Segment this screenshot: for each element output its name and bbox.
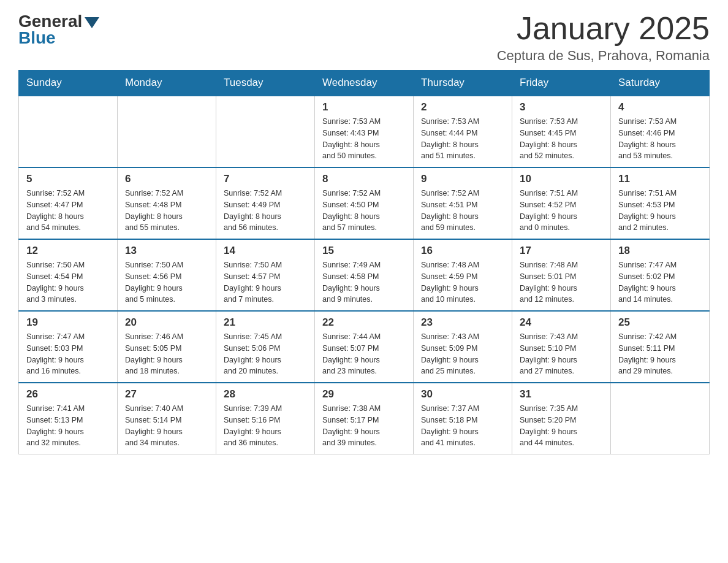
day-info: Sunrise: 7:53 AMSunset: 4:44 PMDaylight:… (421, 116, 504, 162)
day-number: 16 (421, 245, 504, 257)
day-number: 17 (520, 245, 603, 257)
day-number: 21 (224, 316, 307, 329)
day-info: Sunrise: 7:53 AMSunset: 4:46 PMDaylight:… (618, 116, 702, 162)
weekday-header-friday: Friday (512, 71, 611, 96)
calendar-cell: 5Sunrise: 7:52 AMSunset: 4:47 PMDaylight… (19, 167, 118, 239)
day-number: 28 (224, 388, 307, 400)
calendar-table: SundayMondayTuesdayWednesdayThursdayFrid… (18, 70, 710, 454)
day-info: Sunrise: 7:44 AMSunset: 5:07 PMDaylight:… (322, 331, 406, 377)
day-number: 10 (520, 173, 603, 185)
calendar-cell: 13Sunrise: 7:50 AMSunset: 4:56 PMDayligh… (118, 239, 216, 311)
day-info: Sunrise: 7:43 AMSunset: 5:09 PMDaylight:… (421, 331, 504, 377)
day-number: 14 (224, 245, 307, 257)
day-info: Sunrise: 7:51 AMSunset: 4:52 PMDaylight:… (520, 188, 603, 234)
day-number: 11 (618, 173, 702, 185)
day-number: 6 (125, 173, 208, 185)
page-header: General Blue January 2025 Ceptura de Sus… (18, 12, 710, 64)
day-info: Sunrise: 7:53 AMSunset: 4:45 PMDaylight:… (520, 116, 603, 162)
day-info: Sunrise: 7:41 AMSunset: 5:13 PMDaylight:… (26, 403, 110, 449)
day-number: 27 (125, 388, 208, 400)
day-number: 29 (322, 388, 406, 400)
day-number: 1 (322, 101, 406, 113)
day-info: Sunrise: 7:38 AMSunset: 5:17 PMDaylight:… (322, 403, 406, 449)
day-info: Sunrise: 7:50 AMSunset: 4:57 PMDaylight:… (224, 259, 307, 305)
day-number: 30 (421, 388, 504, 400)
calendar-cell: 17Sunrise: 7:48 AMSunset: 5:01 PMDayligh… (512, 239, 611, 311)
day-info: Sunrise: 7:52 AMSunset: 4:49 PMDaylight:… (224, 188, 307, 234)
calendar-cell: 18Sunrise: 7:47 AMSunset: 5:02 PMDayligh… (611, 239, 710, 311)
calendar-cell: 19Sunrise: 7:47 AMSunset: 5:03 PMDayligh… (19, 311, 118, 383)
calendar-cell: 10Sunrise: 7:51 AMSunset: 4:52 PMDayligh… (512, 167, 611, 239)
weekday-header-saturday: Saturday (611, 71, 710, 96)
calendar-cell: 21Sunrise: 7:45 AMSunset: 5:06 PMDayligh… (216, 311, 315, 383)
calendar-cell: 7Sunrise: 7:52 AMSunset: 4:49 PMDaylight… (216, 167, 315, 239)
day-number: 8 (322, 173, 406, 185)
calendar-cell (216, 96, 315, 167)
logo-arrow-icon (85, 17, 99, 28)
day-number: 2 (421, 101, 504, 113)
day-info: Sunrise: 7:51 AMSunset: 4:53 PMDaylight:… (618, 188, 702, 234)
day-number: 22 (322, 316, 406, 329)
month-title: January 2025 (497, 12, 710, 44)
day-info: Sunrise: 7:46 AMSunset: 5:05 PMDaylight:… (125, 331, 208, 377)
calendar-cell: 26Sunrise: 7:41 AMSunset: 5:13 PMDayligh… (19, 383, 118, 454)
day-number: 13 (125, 245, 208, 257)
day-info: Sunrise: 7:52 AMSunset: 4:50 PMDaylight:… (322, 188, 406, 234)
calendar-cell: 25Sunrise: 7:42 AMSunset: 5:11 PMDayligh… (611, 311, 710, 383)
weekday-header-tuesday: Tuesday (216, 71, 315, 96)
day-number: 5 (26, 173, 110, 185)
day-info: Sunrise: 7:37 AMSunset: 5:18 PMDaylight:… (421, 403, 504, 449)
day-info: Sunrise: 7:52 AMSunset: 4:51 PMDaylight:… (421, 188, 504, 234)
day-info: Sunrise: 7:35 AMSunset: 5:20 PMDaylight:… (520, 403, 603, 449)
calendar-cell: 2Sunrise: 7:53 AMSunset: 4:44 PMDaylight… (414, 96, 512, 167)
weekday-header-wednesday: Wednesday (315, 71, 414, 96)
calendar-cell: 12Sunrise: 7:50 AMSunset: 4:54 PMDayligh… (19, 239, 118, 311)
day-info: Sunrise: 7:52 AMSunset: 4:48 PMDaylight:… (125, 188, 208, 234)
calendar-cell: 29Sunrise: 7:38 AMSunset: 5:17 PMDayligh… (315, 383, 414, 454)
calendar-cell (19, 96, 118, 167)
calendar-cell: 22Sunrise: 7:44 AMSunset: 5:07 PMDayligh… (315, 311, 414, 383)
calendar-cell: 16Sunrise: 7:48 AMSunset: 4:59 PMDayligh… (414, 239, 512, 311)
day-number: 23 (421, 316, 504, 329)
calendar-cell: 31Sunrise: 7:35 AMSunset: 5:20 PMDayligh… (512, 383, 611, 454)
day-info: Sunrise: 7:48 AMSunset: 4:59 PMDaylight:… (421, 259, 504, 305)
day-number: 25 (618, 316, 702, 329)
day-info: Sunrise: 7:50 AMSunset: 4:56 PMDaylight:… (125, 259, 208, 305)
day-number: 31 (520, 388, 603, 400)
logo: General Blue (18, 12, 99, 48)
day-info: Sunrise: 7:42 AMSunset: 5:11 PMDaylight:… (618, 331, 702, 377)
day-info: Sunrise: 7:43 AMSunset: 5:10 PMDaylight:… (520, 331, 603, 377)
day-number: 4 (618, 101, 702, 113)
calendar-cell: 3Sunrise: 7:53 AMSunset: 4:45 PMDaylight… (512, 96, 611, 167)
week-row-1: 5Sunrise: 7:52 AMSunset: 4:47 PMDaylight… (19, 167, 710, 239)
calendar-cell: 11Sunrise: 7:51 AMSunset: 4:53 PMDayligh… (611, 167, 710, 239)
calendar-cell: 14Sunrise: 7:50 AMSunset: 4:57 PMDayligh… (216, 239, 315, 311)
calendar-header: SundayMondayTuesdayWednesdayThursdayFrid… (19, 71, 710, 96)
calendar-cell (118, 96, 216, 167)
week-row-4: 26Sunrise: 7:41 AMSunset: 5:13 PMDayligh… (19, 383, 710, 454)
day-info: Sunrise: 7:39 AMSunset: 5:16 PMDaylight:… (224, 403, 307, 449)
calendar-cell: 30Sunrise: 7:37 AMSunset: 5:18 PMDayligh… (414, 383, 512, 454)
calendar-cell: 9Sunrise: 7:52 AMSunset: 4:51 PMDaylight… (414, 167, 512, 239)
calendar-cell (611, 383, 710, 454)
weekday-header-thursday: Thursday (414, 71, 512, 96)
calendar-cell: 23Sunrise: 7:43 AMSunset: 5:09 PMDayligh… (414, 311, 512, 383)
day-number: 3 (520, 101, 603, 113)
calendar-cell: 24Sunrise: 7:43 AMSunset: 5:10 PMDayligh… (512, 311, 611, 383)
weekday-row: SundayMondayTuesdayWednesdayThursdayFrid… (19, 71, 710, 96)
day-number: 20 (125, 316, 208, 329)
day-info: Sunrise: 7:48 AMSunset: 5:01 PMDaylight:… (520, 259, 603, 305)
day-info: Sunrise: 7:45 AMSunset: 5:06 PMDaylight:… (224, 331, 307, 377)
day-number: 19 (26, 316, 110, 329)
week-row-2: 12Sunrise: 7:50 AMSunset: 4:54 PMDayligh… (19, 239, 710, 311)
day-info: Sunrise: 7:52 AMSunset: 4:47 PMDaylight:… (26, 188, 110, 234)
weekday-header-monday: Monday (118, 71, 216, 96)
day-info: Sunrise: 7:50 AMSunset: 4:54 PMDaylight:… (26, 259, 110, 305)
calendar-cell: 4Sunrise: 7:53 AMSunset: 4:46 PMDaylight… (611, 96, 710, 167)
calendar-cell: 8Sunrise: 7:52 AMSunset: 4:50 PMDaylight… (315, 167, 414, 239)
week-row-3: 19Sunrise: 7:47 AMSunset: 5:03 PMDayligh… (19, 311, 710, 383)
day-info: Sunrise: 7:47 AMSunset: 5:02 PMDaylight:… (618, 259, 702, 305)
day-info: Sunrise: 7:47 AMSunset: 5:03 PMDaylight:… (26, 331, 110, 377)
title-section: January 2025 Ceptura de Sus, Prahova, Ro… (497, 12, 710, 64)
day-number: 26 (26, 388, 110, 400)
